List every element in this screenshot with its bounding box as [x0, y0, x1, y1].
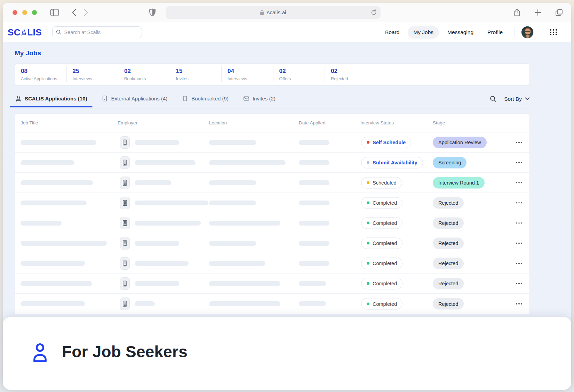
- table-row[interactable]: Completed Rejected: [15, 233, 529, 253]
- row-actions-icon[interactable]: [514, 300, 524, 307]
- location-placeholder: [209, 261, 265, 266]
- chrome-toolbar-right: [514, 8, 563, 17]
- share-icon[interactable]: [514, 8, 520, 17]
- interview-status-badge[interactable]: Completed: [361, 217, 402, 229]
- apps-grid-icon[interactable]: [550, 29, 557, 35]
- nav-item-profile[interactable]: Profile: [482, 26, 508, 39]
- interview-status-badge[interactable]: Completed: [361, 197, 402, 209]
- row-actions-icon[interactable]: [514, 240, 524, 247]
- date-applied-placeholder: [299, 201, 329, 205]
- applications-table: Job TitleEmployerLocationDate AppliedInt…: [15, 113, 530, 314]
- interview-status-badge[interactable]: Submit Availability: [361, 157, 423, 168]
- employer-placeholder: [135, 301, 155, 306]
- table-row[interactable]: Completed Rejected: [15, 253, 529, 273]
- minimize-window-button[interactable]: [22, 10, 27, 15]
- job-title-placeholder: [21, 180, 93, 185]
- location-placeholder: [209, 301, 280, 306]
- date-applied-placeholder: [299, 160, 329, 165]
- for-job-seekers-heading: For Job Seekers: [62, 342, 188, 361]
- new-tab-icon[interactable]: [534, 9, 541, 16]
- status-dot-icon: [367, 242, 369, 245]
- row-actions-icon[interactable]: [514, 280, 524, 287]
- search-icon: [56, 29, 61, 35]
- building-icon: [120, 297, 130, 310]
- sidebar-toggle-icon[interactable]: [50, 9, 59, 16]
- divider: [515, 27, 515, 38]
- stat-item: 08 Active Applications: [15, 66, 67, 82]
- lock-icon: [260, 10, 264, 15]
- chevron-down-icon: [525, 97, 530, 100]
- date-applied-placeholder: [299, 261, 329, 266]
- job-title-placeholder: [21, 201, 87, 205]
- forward-icon[interactable]: [84, 9, 88, 16]
- status-dot-icon: [367, 222, 369, 224]
- zoom-window-button[interactable]: [32, 10, 37, 15]
- status-label: Completed: [373, 220, 397, 226]
- table-search-icon[interactable]: [490, 96, 496, 102]
- row-actions-icon[interactable]: [514, 179, 524, 186]
- sort-by-button[interactable]: Sort By: [504, 96, 530, 102]
- job-title-placeholder: [21, 221, 62, 226]
- nav-item-board[interactable]: Board: [380, 26, 405, 39]
- stat-label: Offers: [279, 76, 325, 81]
- table-row[interactable]: Submit Availability Screening: [15, 153, 529, 173]
- close-window-button[interactable]: [13, 10, 17, 15]
- stat-value: 08: [21, 68, 66, 75]
- stage-badge: Rejected: [433, 217, 464, 229]
- tab-invites-2-[interactable]: Invites (2): [242, 94, 276, 107]
- building-icon: [120, 136, 130, 149]
- interview-status-badge[interactable]: Scheduled: [361, 177, 402, 188]
- tab-external-applications-4-[interactable]: External Applications (4): [101, 94, 168, 107]
- employer-placeholder: [135, 261, 189, 266]
- scalis-logo[interactable]: SC LIS: [8, 28, 42, 37]
- row-actions-icon[interactable]: [514, 159, 524, 166]
- status-dot-icon: [367, 302, 369, 305]
- table-row[interactable]: Scheduled Interview Round 1: [15, 173, 529, 193]
- table-row[interactable]: Completed Rejected: [15, 273, 529, 294]
- privacy-shield-icon[interactable]: [149, 8, 156, 17]
- stat-label: Active Applications: [21, 76, 66, 81]
- table-row[interactable]: Completed Rejected: [15, 193, 529, 213]
- building-icon: [120, 197, 130, 209]
- date-applied-placeholder: [299, 221, 329, 226]
- tab-label: SCALIS Applications (10): [25, 96, 87, 101]
- back-icon[interactable]: [72, 9, 76, 16]
- avatar[interactable]: [521, 26, 534, 39]
- stage-badge: Interview Round 1: [433, 177, 485, 188]
- stat-label: Interviews: [228, 76, 273, 81]
- interview-status-badge[interactable]: Completed: [361, 237, 402, 249]
- stat-value: 15: [176, 68, 222, 75]
- reload-icon[interactable]: [371, 9, 377, 16]
- row-actions-icon[interactable]: [514, 220, 524, 227]
- global-search[interactable]: [52, 26, 142, 38]
- status-label: Completed: [373, 301, 397, 307]
- table-row[interactable]: Self Schedule Application Review: [15, 132, 529, 153]
- building-icon: [120, 277, 130, 290]
- table-row[interactable]: Completed Rejected: [15, 213, 529, 233]
- interview-status-badge[interactable]: Completed: [361, 278, 402, 289]
- job-title-placeholder: [21, 281, 92, 286]
- search-input[interactable]: [64, 30, 138, 35]
- row-actions-icon[interactable]: [514, 199, 524, 206]
- for-job-seekers-panel: For Job Seekers: [3, 317, 571, 390]
- date-applied-placeholder: [299, 301, 326, 306]
- tab-scalis-applications-10-[interactable]: SCALIS Applications (10): [15, 94, 88, 107]
- stage-badge: Rejected: [433, 278, 464, 289]
- tabs-bar: SCALIS Applications (10) External Applic…: [15, 94, 530, 108]
- column-header-interview-status: Interview Status: [360, 120, 394, 125]
- table-row[interactable]: Completed Rejected: [15, 294, 529, 314]
- interview-status-badge[interactable]: Completed: [361, 258, 402, 269]
- interview-status-badge[interactable]: Completed: [361, 298, 402, 310]
- address-bar[interactable]: scalis.ai: [166, 6, 381, 19]
- stat-item: 25 Interviews: [67, 66, 119, 82]
- tab-bookmarked-9-[interactable]: Bookmarked (9): [181, 94, 229, 107]
- tab-overview-icon[interactable]: [555, 9, 563, 16]
- nav-item-my-jobs[interactable]: My Jobs: [408, 26, 439, 39]
- row-actions-icon[interactable]: [514, 139, 524, 146]
- row-actions-icon[interactable]: [514, 260, 524, 267]
- ladder-icon: [15, 95, 22, 102]
- nav-item-messaging[interactable]: Messaging: [442, 26, 479, 39]
- location-placeholder: [209, 160, 286, 165]
- interview-status-badge[interactable]: Self Schedule: [361, 137, 411, 148]
- stat-value: 25: [73, 68, 118, 75]
